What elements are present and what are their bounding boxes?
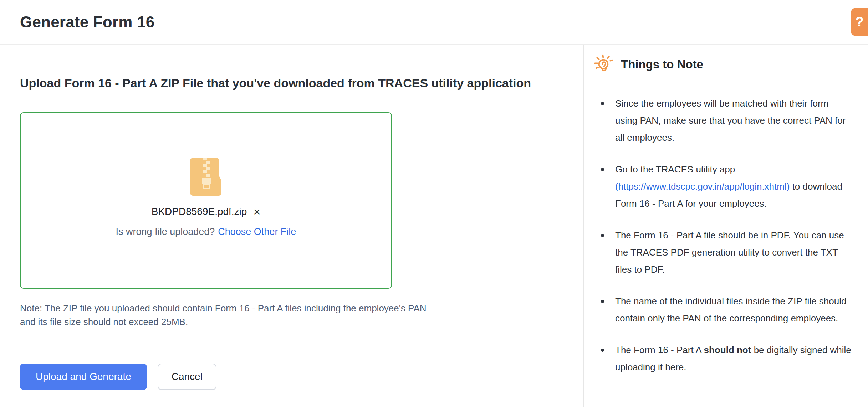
wrong-file-prompt: Is wrong file uploaded? <box>116 226 215 237</box>
zip-file-icon <box>190 158 222 196</box>
note-text: The Form 16 - Part A file should be in P… <box>615 230 844 275</box>
remove-file-icon[interactable]: × <box>253 206 260 218</box>
upload-note-line1: Note: The ZIP file you uploaded should c… <box>20 302 583 315</box>
cancel-button[interactable]: Cancel <box>158 364 216 390</box>
traces-utility-link[interactable]: (https://www.tdscpc.gov.in/app/login.xht… <box>615 181 790 192</box>
upload-note: Note: The ZIP file you uploaded should c… <box>20 302 583 329</box>
content-area: Upload Form 16 - Part A ZIP File that yo… <box>0 45 868 407</box>
sidebar-title: Things to Note <box>621 58 703 71</box>
things-to-note-sidebar: Things to Note Since the employees will … <box>583 45 868 407</box>
uploaded-file-name: BKDPD8569E.pdf.zip <box>152 206 247 217</box>
top-bar: Generate Form 16 ? <box>0 0 868 45</box>
upload-note-line2: and its file size should not exceed 25MB… <box>20 315 583 329</box>
notes-list: Since the employees will be matched with… <box>594 95 852 376</box>
list-item: Since the employees will be matched with… <box>601 95 852 146</box>
generate-form16-page: Generate Form 16 ? Upload Form 16 - Part… <box>0 0 868 407</box>
choose-other-file-link[interactable]: Choose Other File <box>218 226 296 237</box>
help-button[interactable]: ? <box>851 8 868 36</box>
actions-row: Upload and Generate Cancel <box>20 364 583 390</box>
upload-and-generate-button[interactable]: Upload and Generate <box>20 364 147 390</box>
page-title: Generate Form 16 <box>20 13 154 31</box>
note-text: The Form 16 - Part A <box>615 345 704 355</box>
lightbulb-icon <box>594 54 613 75</box>
section-heading: Upload Form 16 - Part A ZIP File that yo… <box>20 76 583 90</box>
list-item: The Form 16 - Part A should not be digit… <box>601 341 852 376</box>
question-mark-icon: ? <box>855 14 863 30</box>
list-item: Go to the TRACES utility app (https://ww… <box>601 161 852 212</box>
note-text: Go to the TRACES utility app <box>615 164 735 175</box>
note-text-bold: should not <box>704 345 751 355</box>
list-item: The name of the individual files inside … <box>601 293 852 327</box>
note-text: Since the employees will be matched with… <box>615 98 846 143</box>
uploaded-file-row: BKDPD8569E.pdf.zip × <box>152 206 261 218</box>
reupload-row: Is wrong file uploaded?Choose Other File <box>116 226 296 237</box>
note-text: The name of the individual files inside … <box>615 296 846 324</box>
main-column: Upload Form 16 - Part A ZIP File that yo… <box>0 45 583 407</box>
list-item: The Form 16 - Part A file should be in P… <box>601 227 852 278</box>
upload-dropzone[interactable]: BKDPD8569E.pdf.zip × Is wrong file uploa… <box>20 112 392 289</box>
sidebar-header: Things to Note <box>594 54 852 75</box>
actions-divider <box>20 346 583 346</box>
